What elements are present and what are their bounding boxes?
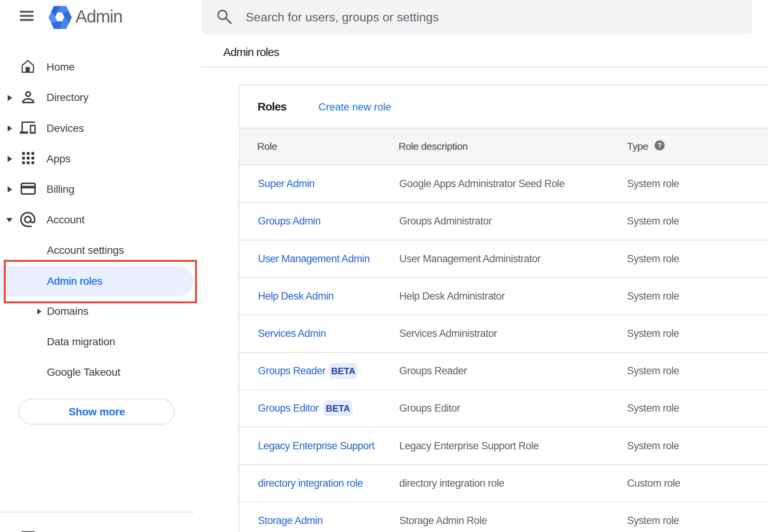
- svg-text:?: ?: [658, 142, 662, 149]
